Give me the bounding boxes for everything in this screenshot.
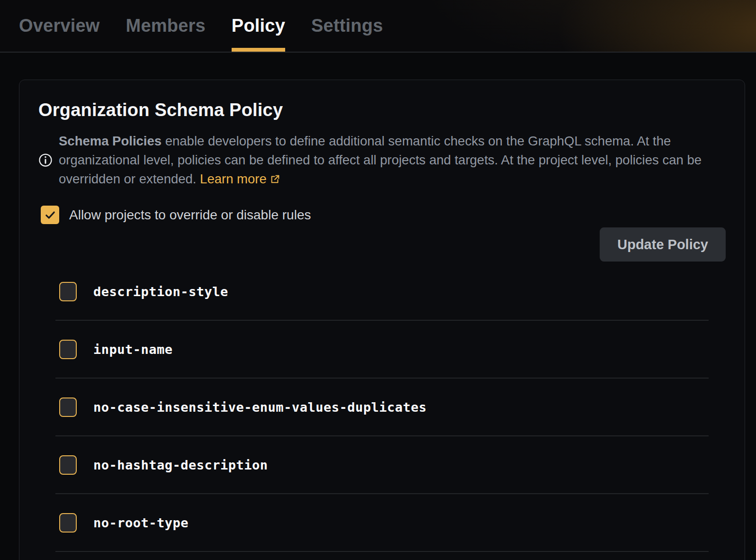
rule-row: description-style (55, 263, 709, 321)
info-icon (38, 153, 53, 167)
rule-row: input-name (55, 321, 709, 379)
rule-checkbox[interactable] (59, 282, 77, 301)
policy-description-lead: Schema Policies (59, 134, 162, 148)
policy-description: Schema Policies enable developers to def… (59, 132, 709, 189)
external-link-icon (270, 171, 280, 181)
rule-name: input-name (93, 342, 173, 357)
rule-checkbox[interactable] (59, 397, 77, 417)
rule-row: no-case-insensitive-enum-values-duplicat… (55, 379, 709, 436)
page-title: Organization Schema Policy (38, 100, 726, 120)
allow-override-row: Allow projects to override or disable ru… (41, 206, 726, 224)
allow-override-checkbox[interactable] (41, 206, 59, 224)
learn-more-label: Learn more (200, 172, 267, 186)
rule-checkbox[interactable] (59, 340, 77, 359)
info-callout: Schema Policies enable developers to def… (38, 132, 726, 189)
tab-members[interactable]: Members (126, 0, 206, 52)
rule-name: no-hashtag-description (93, 458, 268, 472)
policy-card: Organization Schema Policy Schema Polici… (19, 80, 745, 560)
rule-checkbox[interactable] (59, 513, 77, 533)
update-policy-button[interactable]: Update Policy (600, 227, 726, 262)
rules-list: description-style input-name no-case-ins… (37, 263, 727, 552)
rule-row: no-root-type (55, 494, 709, 552)
button-row: Update Policy (38, 227, 726, 262)
rule-name: description-style (93, 284, 228, 299)
tab-policy[interactable]: Policy (232, 0, 285, 52)
learn-more-link[interactable]: Learn more (200, 172, 280, 186)
rule-name: no-root-type (93, 515, 189, 530)
rule-checkbox[interactable] (59, 455, 77, 475)
rule-row: no-hashtag-description (55, 436, 709, 494)
rule-name: no-case-insensitive-enum-values-duplicat… (93, 400, 427, 415)
tab-settings[interactable]: Settings (311, 0, 383, 52)
allow-override-label[interactable]: Allow projects to override or disable ru… (69, 208, 311, 223)
tab-bar: Overview Members Policy Settings (0, 0, 756, 53)
tab-overview[interactable]: Overview (19, 0, 100, 52)
